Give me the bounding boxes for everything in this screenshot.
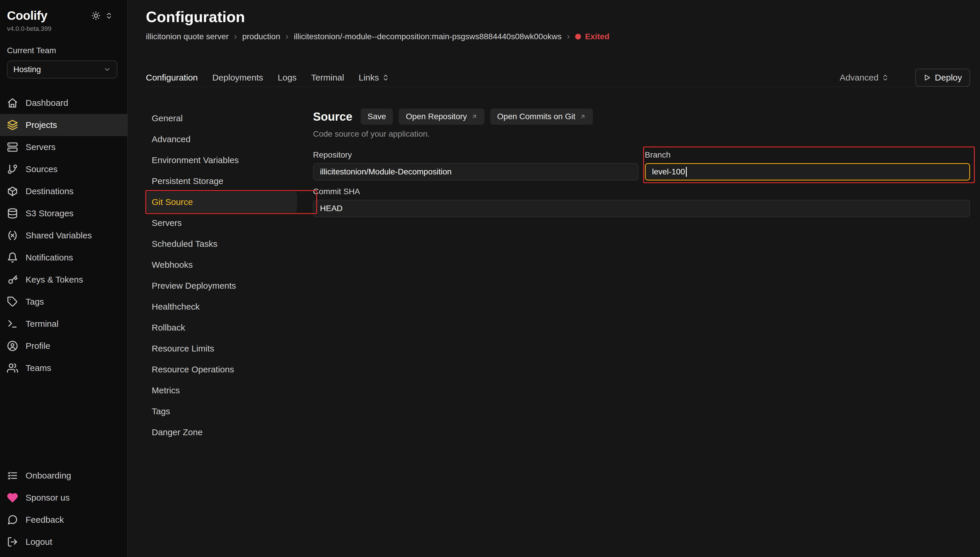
sidebar-item-profile[interactable]: Profile [0,335,127,357]
tab-terminal[interactable]: Terminal [311,73,344,83]
brand-icons [91,11,113,20]
branch-label: Branch [645,150,970,160]
tab-configuration[interactable]: Configuration [146,73,198,83]
git-branch-icon [7,164,18,175]
source-panel: Source Save Open Repository Open Commits… [313,108,970,443]
config-nav-resource-operations[interactable]: Resource Operations [146,359,297,380]
key-icon [7,274,18,285]
advanced-menu-button[interactable]: Advanced [840,73,889,83]
sidebar-item-feedback[interactable]: Feedback [0,509,127,531]
checklist-icon [7,470,18,481]
status-text: Exited [585,32,609,42]
branch-input[interactable]: level-100 [645,163,970,181]
sidebar-item-s3-storages[interactable]: S3 Storages [0,202,127,225]
config-nav-preview-deployments[interactable]: Preview Deployments [146,275,297,296]
config-nav-rollback[interactable]: Rollback [146,317,297,338]
sidebar-item-sources[interactable]: Sources [0,158,127,180]
sidebar-item-notifications[interactable]: Notifications [0,246,127,269]
config-nav-git-source-wrapper: Git Source [146,192,313,212]
heart-icon [7,492,18,503]
config-nav-general[interactable]: General [146,108,297,129]
sidebar-nav: Dashboard Projects Servers Sources Desti… [0,92,127,379]
config-nav-tags[interactable]: Tags [146,401,297,422]
config-nav-danger-zone[interactable]: Danger Zone [146,422,297,443]
config-nav-persistent-storage[interactable]: Persistent Storage [146,171,297,192]
breadcrumb-application[interactable]: illicitestonion/-module--decomposition:m… [294,32,561,42]
sidebar-item-destinations[interactable]: Destinations [0,180,127,202]
config-subnav: General Advanced Environment Variables P… [146,108,313,443]
sidebar-item-sponsor-us[interactable]: Sponsor us [0,487,127,509]
brand-row: Coolify [0,0,127,23]
sidebar-item-projects[interactable]: Projects [0,114,127,136]
commit-sha-field: Commit SHA HEAD [313,187,970,217]
home-icon [7,98,18,108]
sidebar-item-label: Sources [26,164,57,174]
sidebar-item-label: Sponsor us [26,493,70,503]
tab-logs[interactable]: Logs [278,73,297,83]
bell-icon [7,252,18,263]
version-selector-icon[interactable] [105,12,113,20]
config-nav-webhooks[interactable]: Webhooks [146,254,297,275]
source-panel-header: Source Save Open Repository Open Commits… [313,108,970,125]
sidebar-footer-nav: Onboarding Sponsor us Feedback Logout [0,464,127,557]
config-nav-healthcheck[interactable]: Healthcheck [146,296,297,317]
tab-bar: Configuration Deployments Logs Terminal … [146,69,970,87]
config-nav-scheduled-tasks[interactable]: Scheduled Tasks [146,233,297,254]
sidebar-item-keys-tokens[interactable]: Keys & Tokens [0,269,127,291]
chat-bubble-icon [7,514,18,525]
config-nav-advanced[interactable]: Advanced [146,129,297,150]
sidebar-item-label: Teams [26,363,51,373]
sidebar-item-terminal[interactable]: Terminal [0,313,127,335]
repository-label: Repository [313,150,639,160]
sidebar-item-label: Shared Variables [26,231,92,240]
sidebar-item-dashboard[interactable]: Dashboard [0,92,127,114]
app-logo: Coolify [7,9,47,23]
sidebar-item-servers[interactable]: Servers [0,136,127,158]
sidebar-item-shared-variables[interactable]: Shared Variables [0,225,127,246]
sidebar-item-teams[interactable]: Teams [0,357,127,379]
sidebar-item-logout[interactable]: Logout [0,531,127,553]
config-nav-resource-limits[interactable]: Resource Limits [146,338,297,359]
chevrons-up-down-icon [881,74,889,81]
source-heading: Source [313,110,353,123]
sidebar-item-tags[interactable]: Tags [0,291,127,313]
repository-field: Repository illicitestonion/Module-Decomp… [313,150,639,181]
current-team-label: Current Team [0,46,127,55]
app-version: v4.0.0-beta.399 [0,25,127,33]
commit-sha-input[interactable]: HEAD [313,200,970,217]
config-nav-metrics[interactable]: Metrics [146,380,297,401]
advanced-label: Advanced [840,73,878,83]
app-root: Coolify v4.0.0-beta.399 Current Team Hos… [0,0,980,557]
tab-links[interactable]: Links [359,73,390,83]
config-nav-environment-variables[interactable]: Environment Variables [146,150,297,171]
sidebar-item-onboarding[interactable]: Onboarding [0,464,127,487]
team-select[interactable]: Hosting [7,60,117,78]
tab-deployments[interactable]: Deployments [212,73,263,83]
repository-input[interactable]: illicitestonion/Module-Decomposition [313,163,639,181]
chevron-down-icon [104,66,111,73]
server-icon [7,142,18,153]
branch-value: level-100 [652,167,685,176]
chevrons-up-down-icon [382,74,390,81]
sidebar-item-label: Projects [26,120,57,130]
sidebar-item-label: Notifications [26,252,73,262]
deploy-label: Deploy [935,73,962,83]
commit-sha-value: HEAD [320,204,343,213]
external-link-icon [580,113,586,120]
breadcrumb-environment[interactable]: production [242,32,280,42]
config-nav-git-source[interactable]: Git Source [146,192,297,212]
config-nav-servers[interactable]: Servers [146,212,297,233]
open-commits-label: Open Commits on Git [497,112,575,121]
status-badge: Exited [575,32,609,42]
open-repository-button[interactable]: Open Repository [399,108,484,125]
tag-icon [7,296,18,307]
theme-toggle-sun-icon[interactable] [91,11,101,20]
save-button[interactable]: Save [361,108,393,125]
play-icon [923,74,931,81]
deploy-button[interactable]: Deploy [915,68,970,86]
source-form: Repository illicitestonion/Module-Decomp… [313,150,970,217]
open-commits-button[interactable]: Open Commits on Git [490,108,593,125]
chevron-right-icon: › [567,31,570,41]
breadcrumb-project[interactable]: illicitonion quote server [146,32,229,42]
repository-value: illicitestonion/Module-Decomposition [320,167,452,176]
